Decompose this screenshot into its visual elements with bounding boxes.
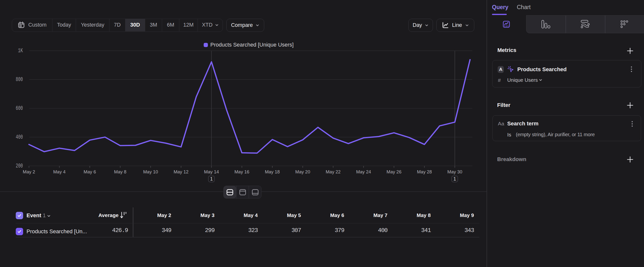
svg-text:400: 400 bbox=[16, 134, 23, 140]
svg-text:May 6: May 6 bbox=[84, 169, 96, 174]
svg-text:May 24: May 24 bbox=[356, 169, 371, 174]
svg-text:May 10: May 10 bbox=[143, 169, 158, 174]
svg-text:600: 600 bbox=[16, 105, 23, 112]
svg-text:800: 800 bbox=[16, 76, 23, 83]
svg-text:May 26: May 26 bbox=[386, 169, 402, 174]
svg-text:May 30: May 30 bbox=[448, 169, 462, 174]
svg-text:May 12: May 12 bbox=[174, 169, 189, 174]
svg-text:May 4: May 4 bbox=[53, 169, 66, 174]
svg-text:May 28: May 28 bbox=[417, 169, 432, 174]
svg-text:1K: 1K bbox=[18, 47, 23, 54]
svg-text:May 18: May 18 bbox=[265, 169, 280, 174]
svg-text:May 8: May 8 bbox=[114, 169, 126, 174]
svg-text:200: 200 bbox=[16, 163, 23, 169]
svg-text:May 14: May 14 bbox=[204, 169, 219, 174]
svg-text:May 22: May 22 bbox=[326, 169, 341, 174]
svg-text:May 20: May 20 bbox=[295, 169, 310, 174]
svg-text:May 2: May 2 bbox=[23, 169, 35, 174]
svg-text:May 16: May 16 bbox=[234, 169, 250, 174]
